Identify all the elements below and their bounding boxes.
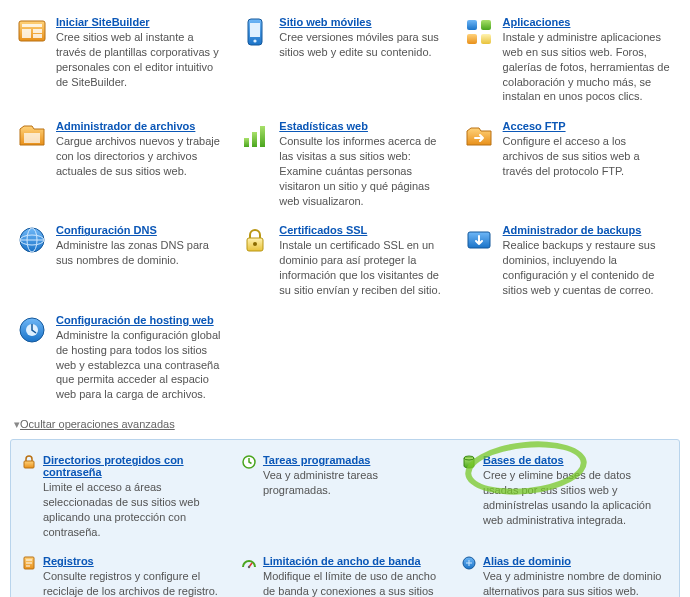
svg-rect-24 [24, 461, 34, 468]
svg-rect-1 [22, 24, 42, 27]
sitebuilder-icon [16, 16, 48, 48]
tool-desc-ssl: Instale un certificado SSL en un dominio… [279, 238, 446, 297]
tool-desc-bandwidth: Modifique el límite de uso de ancho de b… [263, 569, 445, 597]
tool-link-ssl[interactable]: Certificados SSL [279, 224, 367, 236]
main-tools-grid: Iniciar SiteBuilderCree sitios web al in… [10, 10, 680, 412]
tool-desc-dns: Administre las zonas DNS para sus nombre… [56, 238, 223, 268]
logs-icon [21, 555, 37, 571]
svg-rect-14 [252, 132, 257, 147]
advanced-toggle-row: Ocultar operaciones avanzadas [10, 412, 680, 439]
advanced-tools-panel: Directorios protegidos con contraseñaLim… [10, 439, 680, 597]
tool-item-sitebuilder: Iniciar SiteBuilderCree sitios web al in… [10, 10, 233, 114]
tool-link-alias[interactable]: Alias de dominio [483, 555, 571, 567]
tool-link-files[interactable]: Administrador de archivos [56, 120, 195, 132]
svg-rect-9 [481, 20, 491, 30]
apps-icon [463, 16, 495, 48]
svg-rect-3 [33, 29, 42, 33]
tool-desc-hosting: Administre la configuración global de ho… [56, 328, 223, 402]
svg-rect-10 [467, 34, 477, 44]
tool-link-ftp[interactable]: Acceso FTP [503, 120, 566, 132]
tool-link-protdirs[interactable]: Directorios protegidos con contraseña [43, 454, 225, 478]
tool-item-ssl: Certificados SSLInstale un certificado S… [233, 218, 456, 307]
ssl-icon [239, 224, 271, 256]
tool-desc-logs: Consulte registros y configure el recicl… [43, 569, 225, 597]
tool-item-alias: Alias de dominioVea y administre nombre … [455, 549, 675, 597]
svg-rect-11 [481, 34, 491, 44]
svg-rect-2 [22, 29, 31, 38]
tool-item-hosting: Configuración de hosting webAdministre l… [10, 308, 233, 412]
tool-link-backup[interactable]: Administrador de backups [503, 224, 642, 236]
gauge-icon [241, 555, 257, 571]
svg-rect-13 [244, 138, 249, 147]
tool-link-mobile[interactable]: Sitio web móviles [279, 16, 371, 28]
tool-desc-protdirs: Limite el acceso a áreas seleccionadas d… [43, 480, 225, 539]
tool-link-logs[interactable]: Registros [43, 555, 94, 567]
tool-link-tasks[interactable]: Tareas programadas [263, 454, 370, 466]
tool-item-protdirs: Directorios protegidos con contraseñaLim… [15, 448, 235, 549]
toggle-advanced-link[interactable]: Ocultar operaciones avanzadas [14, 418, 175, 430]
stats-icon [239, 120, 271, 152]
ftp-icon [463, 120, 495, 152]
svg-rect-4 [33, 34, 42, 38]
files-icon [16, 120, 48, 152]
tool-desc-db: Cree y elimine bases de datos usadas por… [483, 468, 665, 527]
tool-item-dns: Configuración DNSAdministre las zonas DN… [10, 218, 233, 307]
mobile-icon [239, 16, 271, 48]
svg-rect-15 [260, 126, 265, 147]
tool-item-bandwidth: Limitación de ancho de bandaModifique el… [235, 549, 455, 597]
tool-link-apps[interactable]: Aplicaciones [503, 16, 571, 28]
tool-desc-ftp: Configure el acceso a los archivos de su… [503, 134, 670, 179]
lock-icon [21, 454, 37, 470]
tool-item-db: Bases de datosCree y elimine bases de da… [455, 448, 675, 549]
tool-desc-sitebuilder: Cree sitios web al instante a través de … [56, 30, 223, 89]
tool-item-ftp: Acceso FTPConfigure el acceso a los arch… [457, 114, 680, 218]
svg-point-21 [253, 242, 257, 246]
clock-icon [241, 454, 257, 470]
tool-desc-mobile: Cree versiones móviles para sus sitios w… [279, 30, 446, 60]
tool-desc-stats: Consulte los informes acerca de las visi… [279, 134, 446, 208]
tool-item-files: Administrador de archivosCargue archivos… [10, 114, 233, 218]
tool-desc-files: Cargue archivos nuevos y trabaje con los… [56, 134, 223, 179]
tool-item-logs: RegistrosConsulte registros y configure … [15, 549, 235, 597]
dns-icon [16, 224, 48, 256]
tool-item-stats: Estadísticas webConsulte los informes ac… [233, 114, 456, 218]
tool-link-dns[interactable]: Configuración DNS [56, 224, 157, 236]
tool-link-db[interactable]: Bases de datos [483, 454, 564, 466]
tool-item-mobile: Sitio web móvilesCree versiones móviles … [233, 10, 456, 114]
backup-icon [463, 224, 495, 256]
svg-rect-8 [467, 20, 477, 30]
tool-desc-apps: Instale y administre aplicaciones web en… [503, 30, 670, 104]
tool-link-bandwidth[interactable]: Limitación de ancho de banda [263, 555, 421, 567]
svg-rect-12 [24, 133, 40, 143]
tool-item-tasks: Tareas programadasVea y administre tarea… [235, 448, 455, 549]
tool-item-apps: AplicacionesInstale y administre aplicac… [457, 10, 680, 114]
svg-point-7 [254, 39, 257, 42]
tool-desc-alias: Vea y administre nombre de dominio alter… [483, 569, 665, 597]
tool-link-stats[interactable]: Estadísticas web [279, 120, 368, 132]
tool-item-backup: Administrador de backupsRealice backups … [457, 218, 680, 307]
tool-desc-tasks: Vea y administre tareas programadas. [263, 468, 445, 498]
svg-point-33 [248, 566, 250, 568]
hosting-icon [16, 314, 48, 346]
tool-desc-backup: Realice backups y restaure sus dominios,… [503, 238, 670, 297]
db-icon [461, 454, 477, 470]
tool-link-hosting[interactable]: Configuración de hosting web [56, 314, 214, 326]
svg-rect-6 [250, 23, 260, 37]
alias-icon [461, 555, 477, 571]
tool-link-sitebuilder[interactable]: Iniciar SiteBuilder [56, 16, 150, 28]
